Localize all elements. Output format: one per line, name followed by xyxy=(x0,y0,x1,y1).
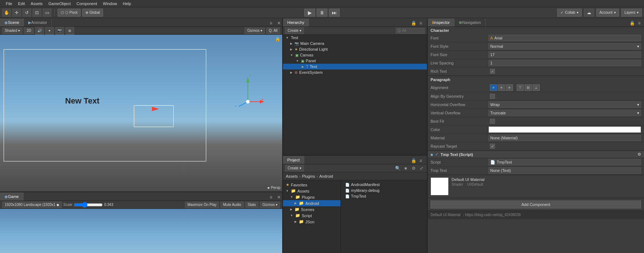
project-create-btn[interactable]: Create ▾ xyxy=(285,165,304,172)
font-value[interactable]: A Arial xyxy=(488,35,641,41)
game-panel-menu[interactable]: ≡ xyxy=(268,194,274,201)
hierarchy-lock-icon[interactable]: 🔒 xyxy=(410,20,417,26)
menu-gameobject[interactable]: GameObject xyxy=(46,1,74,6)
project-favorites[interactable]: ★ Favorites xyxy=(283,182,340,188)
mute-audio[interactable]: Mute Audio xyxy=(220,202,243,208)
line-spacing-value[interactable]: 1 xyxy=(488,60,641,66)
favorite-icon[interactable]: ★ xyxy=(402,165,409,172)
tmp-text-value[interactable]: None (Text) xyxy=(488,167,641,174)
hierarchy-item-main-camera[interactable]: ▶ 📷 Main Camera xyxy=(283,41,427,46)
hierarchy-item-directional-light[interactable]: ▶ ☀ Directional Light xyxy=(283,46,427,52)
menu-window[interactable]: Window xyxy=(100,1,120,6)
vertical-overflow-value[interactable]: Truncate ▾ xyxy=(488,110,641,116)
project-folder-json[interactable]: ▶ 📁 JSon xyxy=(283,219,340,225)
project-folder-android[interactable]: ▶ 📁 Android xyxy=(283,200,340,206)
project-folder-plugins[interactable]: ▼ 📁 Plugins xyxy=(283,194,340,200)
breadcrumb-android[interactable]: Android xyxy=(319,174,333,178)
shading-dropdown[interactable]: Shaded▾ xyxy=(2,28,22,34)
scene-panel-menu[interactable]: ≡ xyxy=(268,20,274,26)
menu-edit[interactable]: Edit xyxy=(15,1,28,6)
project-folder-assets[interactable]: ▼ 📁 Assets xyxy=(283,188,340,194)
tab-inspector[interactable]: ℹ Inspector xyxy=(428,18,454,26)
rotate-tool-button[interactable]: ↺ xyxy=(22,9,31,17)
menu-assets[interactable]: Assets xyxy=(28,1,46,6)
collab-button[interactable]: ✓ Collab ▾ xyxy=(557,9,581,17)
2d-button[interactable]: 2D xyxy=(24,28,34,34)
menu-component[interactable]: Component xyxy=(73,1,100,6)
tab-scene[interactable]: ◉ Scene xyxy=(0,18,24,26)
cloud-button[interactable]: ☁ xyxy=(584,9,594,17)
rect-tool-button[interactable]: ▭ xyxy=(43,9,51,17)
project-file-androidmanifest[interactable]: 📄 AndroidManifest xyxy=(344,182,424,187)
project-menu-icon[interactable]: ≡ xyxy=(418,157,424,164)
inspector-lock-icon[interactable]: 🔒 xyxy=(629,20,635,26)
scene-panel-close[interactable]: ✕ xyxy=(276,20,282,26)
game-gizmos-dropdown[interactable]: Gizmos ▾ xyxy=(260,202,280,208)
scale-slider[interactable] xyxy=(74,203,103,207)
tab-project[interactable]: Project xyxy=(283,156,304,164)
best-fit-checkbox[interactable] xyxy=(490,119,495,124)
tab-navigation[interactable]: ⊕ Navigation xyxy=(454,18,486,26)
game-panel-close[interactable]: ✕ xyxy=(276,194,282,201)
material-value[interactable]: None (Material) xyxy=(488,135,641,141)
search-icon[interactable]: 🔍 xyxy=(394,165,401,172)
raycast-target-checkbox[interactable]: ✓ xyxy=(490,144,495,149)
align-center-btn[interactable]: ≡ xyxy=(498,84,505,91)
add-component-button[interactable]: Add Component xyxy=(431,201,641,208)
search-all-dropdown[interactable]: Q: All xyxy=(266,28,280,34)
hierarchy-item-panel[interactable]: ▼ ▣ Panel xyxy=(283,58,427,64)
layers-button[interactable]: Layers ▾ xyxy=(621,9,642,17)
font-size-value[interactable]: 17 xyxy=(488,51,641,58)
font-style-value[interactable]: Normal ▾ xyxy=(488,43,641,50)
hierarchy-menu-icon[interactable]: ≡ xyxy=(418,20,424,26)
move-tool-button[interactable]: ✛ xyxy=(12,9,21,17)
gizmos-dropdown[interactable]: Gizmos ▾ xyxy=(245,28,265,34)
audio-toggle[interactable]: 🔊 xyxy=(35,27,44,35)
tab-hierarchy[interactable]: Hierarchy xyxy=(283,18,309,26)
rich-text-checkbox[interactable]: ✓ xyxy=(490,69,495,74)
scene-lock-icon[interactable]: 🔒 xyxy=(275,37,280,42)
align-left-btn[interactable]: ≡ xyxy=(490,84,497,91)
material-preview-swatch[interactable] xyxy=(431,177,449,195)
global-button[interactable]: ⊕ Global xyxy=(82,9,103,17)
scale-tool-button[interactable]: ⊡ xyxy=(33,9,41,17)
project-lock-icon[interactable]: 🔒 xyxy=(410,157,417,164)
breadcrumb-plugins[interactable]: Plugins xyxy=(302,174,315,178)
align-top-btn[interactable]: ⊤ xyxy=(517,84,524,91)
camera-toggle[interactable]: 📷 xyxy=(55,27,64,35)
color-value[interactable] xyxy=(488,126,641,133)
project-file-mylibrary[interactable]: 📄 mylibrary-debug xyxy=(344,187,424,193)
hierarchy-item-text[interactable]: ▶ T Text xyxy=(283,64,427,69)
step-button[interactable]: ⏭ xyxy=(329,9,340,17)
align-bottom-btn[interactable]: ⊥ xyxy=(533,84,540,91)
tmp-text-component-header[interactable]: ■ ✓ Tmp Text (Script) ⚙ xyxy=(428,151,644,158)
maximize-on-play[interactable]: Maximize On Play xyxy=(185,202,219,208)
pause-button[interactable]: ⏸ xyxy=(317,9,327,17)
grid-toggle[interactable]: ⊞ xyxy=(65,27,74,35)
script-value[interactable]: 📄 TmpText xyxy=(488,159,641,165)
play-button[interactable]: ▶ xyxy=(304,9,315,17)
component-settings-icon[interactable]: ⚙ xyxy=(637,152,641,157)
hierarchy-create-btn[interactable]: Create ▾ xyxy=(285,28,304,34)
inspector-menu-icon[interactable]: ≡ xyxy=(636,20,643,26)
hand-tool-button[interactable]: ✋ xyxy=(2,9,11,17)
horizontal-overflow-value[interactable]: Wrap ▾ xyxy=(488,101,641,108)
menu-help[interactable]: Help xyxy=(120,1,134,6)
fx-toggle[interactable]: ✦ xyxy=(45,27,54,35)
hierarchy-item-canvas[interactable]: ▼ ▣ Canvas xyxy=(283,52,427,58)
menu-file[interactable]: File xyxy=(3,1,15,6)
tab-game[interactable]: ◉ Game xyxy=(0,193,24,201)
align-middle-btn[interactable]: ⊟ xyxy=(525,84,532,91)
pivot-button[interactable]: ⬡ ⬡ Pivot xyxy=(58,9,81,17)
hierarchy-search[interactable] xyxy=(396,28,425,34)
hierarchy-item-test[interactable]: ▼ Test xyxy=(283,35,427,41)
align-by-geo-checkbox[interactable] xyxy=(490,94,495,99)
project-folder-script[interactable]: ▼ 📁 Script xyxy=(283,212,340,219)
project-folder-scenes[interactable]: ▶ 📁 Scenes xyxy=(283,206,340,212)
resolution-dropdown[interactable]: 1920x1080 Landscape (1920x1 ◆ xyxy=(2,202,62,208)
hierarchy-item-eventsystem[interactable]: ▶ ⚙ EventSystem xyxy=(283,69,427,75)
settings-icon[interactable]: ⚙ xyxy=(410,165,417,172)
align-right-btn[interactable]: ≡ xyxy=(506,84,513,91)
breadcrumb-assets[interactable]: Assets xyxy=(286,174,298,178)
account-button[interactable]: Account ▾ xyxy=(596,9,619,17)
